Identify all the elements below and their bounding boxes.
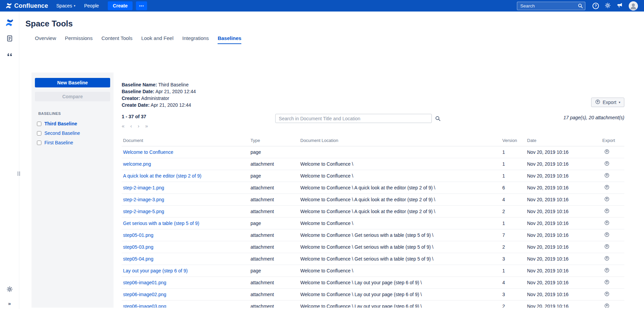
- search-icon[interactable]: [435, 116, 441, 121]
- user-avatar[interactable]: [629, 1, 638, 11]
- row-export-button[interactable]: [602, 244, 609, 249]
- tab[interactable]: Overview: [35, 35, 56, 44]
- pagination-button[interactable]: »: [145, 123, 148, 128]
- megaphone-icon: [617, 2, 623, 9]
- type-cell: attachment: [249, 301, 299, 308]
- table-row: step06-image01.png attachment Welcome to…: [122, 277, 624, 289]
- date-cell: Nov 20, 2019 10:16: [526, 289, 601, 301]
- document-cell: step-2-image-3.png: [122, 194, 249, 206]
- baseline-link[interactable]: Third Baseline: [44, 121, 77, 126]
- announcements-button[interactable]: [617, 2, 623, 9]
- help-button[interactable]: ?: [592, 3, 599, 9]
- tab[interactable]: Content Tools: [101, 35, 132, 44]
- pagination-button[interactable]: «: [122, 123, 124, 128]
- baseline-link[interactable]: Second Baseline: [44, 130, 80, 136]
- create-button[interactable]: Create: [108, 1, 133, 10]
- document-cell: welcome.png: [122, 158, 249, 170]
- new-baseline-button[interactable]: New Baseline: [35, 78, 110, 87]
- confluence-home-link[interactable]: Confluence: [5, 2, 48, 9]
- document-link[interactable]: step05-01.png: [123, 232, 154, 238]
- location-cell: Welcome to Confluence \: [299, 158, 501, 170]
- pagination-button[interactable]: ›: [138, 123, 139, 128]
- row-export-button[interactable]: [602, 280, 609, 285]
- meta-value: Apr 21, 2020 12:44: [156, 89, 196, 94]
- result-summary: 17 page(s), 20 attachment(s): [563, 115, 624, 120]
- column-header: Document Location: [299, 136, 501, 146]
- sidebar-blog-button[interactable]: [4, 50, 15, 60]
- sidebar-pages-button[interactable]: [4, 34, 15, 44]
- settings-button[interactable]: [605, 2, 611, 9]
- row-export-button[interactable]: [602, 173, 609, 178]
- export-cell: [601, 170, 624, 182]
- search-icon[interactable]: [578, 3, 583, 8]
- document-link[interactable]: step06-image01.png: [123, 280, 166, 285]
- row-export-button[interactable]: [602, 185, 609, 190]
- export-button-label: Export: [603, 100, 616, 105]
- row-export-button[interactable]: [602, 303, 609, 308]
- nav-people[interactable]: People: [84, 3, 99, 8]
- sidebar-resize-handle[interactable]: [18, 171, 20, 176]
- meta-value: Third Baseline: [158, 82, 189, 87]
- document-link[interactable]: A quick look at the editor (step 2 of 9): [123, 173, 201, 179]
- baseline-checkbox[interactable]: [37, 141, 41, 145]
- document-link[interactable]: Lay out your page (step 6 of 9): [123, 268, 188, 273]
- document-link[interactable]: step05-03.png: [123, 244, 154, 250]
- location-cell: Welcome to Confluence \ Get serious with…: [299, 241, 501, 253]
- export-button[interactable]: Export ▾: [591, 98, 624, 107]
- type-cell: attachment: [249, 289, 299, 301]
- double-chevron-right-icon: »: [8, 301, 11, 306]
- document-cell: step06-image03.png: [122, 301, 249, 308]
- location-cell: Welcome to Confluence \ Lay out your pag…: [299, 301, 501, 308]
- tab[interactable]: Integrations: [182, 35, 209, 44]
- compare-button[interactable]: Compare: [35, 92, 110, 101]
- row-export-button[interactable]: [602, 220, 609, 225]
- tab[interactable]: Look and Feel: [141, 35, 174, 44]
- document-link[interactable]: Get serious with a table (step 5 of 9): [123, 221, 199, 226]
- row-export-button[interactable]: [602, 256, 609, 261]
- document-link[interactable]: step-2-image-3.png: [123, 197, 164, 202]
- document-link[interactable]: step-2-image-5.png: [123, 209, 164, 214]
- document-cell: step05-01.png: [122, 229, 249, 241]
- tab[interactable]: Permissions: [65, 35, 93, 44]
- document-link[interactable]: welcome.png: [123, 161, 151, 167]
- space-logo-button[interactable]: [4, 18, 15, 28]
- row-export-button[interactable]: [602, 268, 609, 273]
- table-row: welcome.png attachment Welcome to Conflu…: [122, 158, 624, 170]
- version-cell: 1: [501, 146, 526, 158]
- document-link[interactable]: Welcome to Confluence: [123, 149, 173, 155]
- space-settings-button[interactable]: [4, 285, 15, 295]
- document-link[interactable]: step05-04.png: [123, 256, 154, 262]
- baseline-meta-line: Baseline Name: Third Baseline: [122, 81, 624, 88]
- baseline-checkbox[interactable]: [37, 122, 41, 126]
- baseline-link[interactable]: First Baseline: [44, 140, 73, 145]
- pagination-button[interactable]: ‹: [130, 123, 132, 128]
- baseline-checkbox[interactable]: [37, 131, 41, 136]
- row-export-button[interactable]: [602, 197, 609, 202]
- date-cell: Nov 20, 2019 10:16: [526, 229, 601, 241]
- nav-spaces[interactable]: Spaces ▾: [56, 3, 75, 8]
- row-export-button[interactable]: [602, 149, 609, 154]
- row-export-button[interactable]: [602, 291, 609, 296]
- column-header: Type: [249, 136, 299, 146]
- list-controls-center: [173, 114, 543, 123]
- date-cell: Nov 20, 2019 10:16: [526, 170, 601, 182]
- topnav-right: ?: [517, 1, 638, 11]
- type-cell: attachment: [249, 253, 299, 265]
- tab[interactable]: Baselines: [218, 35, 241, 44]
- document-link[interactable]: step06-image02.png: [123, 292, 166, 297]
- row-export-button[interactable]: [602, 161, 609, 166]
- row-export-button[interactable]: [602, 208, 609, 213]
- baseline-meta-line: Baseline Date: Apr 21, 2020 12:44: [122, 88, 624, 95]
- export-cell: [601, 241, 624, 253]
- global-search-input[interactable]: [517, 2, 585, 10]
- date-cell: Nov 20, 2019 10:16: [526, 146, 601, 158]
- document-link[interactable]: step06-image03.png: [123, 304, 166, 308]
- more-button[interactable]: •••: [136, 1, 147, 10]
- chevron-down-icon: ▾: [74, 4, 76, 7]
- location-cell: Welcome to Confluence \ Lay out your pag…: [299, 277, 501, 289]
- row-export-button[interactable]: [602, 232, 609, 237]
- document-link[interactable]: step-2-image-1.png: [123, 185, 164, 190]
- nav-spaces-label: Spaces: [56, 3, 72, 8]
- document-search-input[interactable]: [275, 114, 432, 123]
- sidebar-expand-button[interactable]: »: [4, 298, 15, 308]
